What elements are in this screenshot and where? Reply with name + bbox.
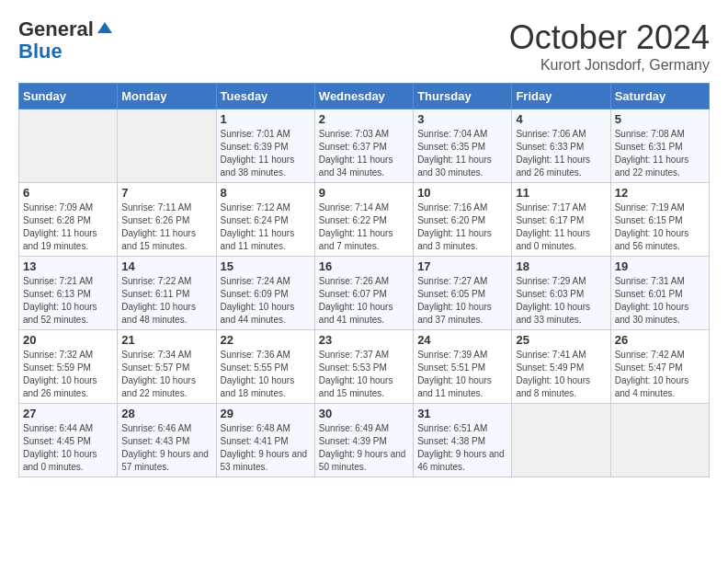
- calendar-cell: 25Sunrise: 7:41 AM Sunset: 5:49 PM Dayli…: [512, 330, 610, 404]
- day-info: Sunrise: 7:34 AM Sunset: 5:57 PM Dayligh…: [121, 349, 211, 400]
- day-info: Sunrise: 7:37 AM Sunset: 5:53 PM Dayligh…: [319, 349, 409, 400]
- day-info: Sunrise: 6:48 AM Sunset: 4:41 PM Dayligh…: [221, 422, 311, 474]
- day-info: Sunrise: 7:12 AM Sunset: 6:24 PM Dayligh…: [221, 201, 311, 253]
- day-info: Sunrise: 7:41 AM Sunset: 5:49 PM Dayligh…: [516, 349, 606, 400]
- logo-general: General: [18, 18, 94, 40]
- day-number: 24: [417, 333, 507, 347]
- calendar-cell: 21Sunrise: 7:34 AM Sunset: 5:57 PM Dayli…: [118, 330, 216, 404]
- day-info: Sunrise: 7:17 AM Sunset: 6:17 PM Dayligh…: [516, 201, 606, 253]
- day-info: Sunrise: 6:46 AM Sunset: 4:43 PM Dayligh…: [121, 422, 211, 474]
- calendar-cell: 14Sunrise: 7:22 AM Sunset: 6:11 PM Dayli…: [118, 257, 216, 330]
- calendar-cell: 7Sunrise: 7:11 AM Sunset: 6:26 PM Daylig…: [118, 183, 216, 257]
- day-info: Sunrise: 7:26 AM Sunset: 6:07 PM Dayligh…: [319, 275, 409, 327]
- day-number: 5: [615, 112, 705, 126]
- day-number: 20: [23, 333, 113, 347]
- calendar-cell: [118, 109, 216, 183]
- day-info: Sunrise: 7:31 AM Sunset: 6:01 PM Dayligh…: [615, 275, 705, 327]
- day-number: 21: [121, 333, 211, 347]
- day-number: 15: [221, 259, 311, 273]
- day-number: 10: [417, 186, 507, 200]
- day-number: 30: [319, 407, 409, 420]
- weekday-header-monday: Monday: [118, 84, 216, 109]
- day-info: Sunrise: 7:03 AM Sunset: 6:37 PM Dayligh…: [319, 128, 409, 179]
- day-info: Sunrise: 6:51 AM Sunset: 4:38 PM Dayligh…: [417, 422, 507, 474]
- calendar-week-4: 20Sunrise: 7:32 AM Sunset: 5:59 PM Dayli…: [19, 330, 710, 404]
- day-number: 17: [417, 259, 507, 273]
- calendar-cell: 5Sunrise: 7:08 AM Sunset: 6:31 PM Daylig…: [610, 109, 709, 183]
- day-number: 19: [615, 259, 705, 273]
- calendar-cell: 12Sunrise: 7:19 AM Sunset: 6:15 PM Dayli…: [610, 183, 709, 257]
- day-number: 4: [516, 112, 606, 126]
- location: Kurort Jonsdorf, Germany: [509, 57, 710, 74]
- weekday-header-tuesday: Tuesday: [216, 84, 314, 109]
- calendar-cell: 24Sunrise: 7:39 AM Sunset: 5:51 PM Dayli…: [414, 330, 512, 404]
- day-number: 31: [417, 407, 507, 420]
- calendar-cell: 6Sunrise: 7:09 AM Sunset: 6:28 PM Daylig…: [19, 183, 118, 257]
- calendar-cell: 11Sunrise: 7:17 AM Sunset: 6:17 PM Dayli…: [512, 183, 610, 257]
- day-info: Sunrise: 7:06 AM Sunset: 6:33 PM Dayligh…: [516, 128, 606, 179]
- day-info: Sunrise: 7:24 AM Sunset: 6:09 PM Dayligh…: [221, 275, 311, 327]
- day-info: Sunrise: 7:04 AM Sunset: 6:35 PM Dayligh…: [417, 128, 507, 179]
- calendar-cell: 16Sunrise: 7:26 AM Sunset: 6:07 PM Dayli…: [314, 257, 413, 330]
- page-header: General Blue October 2024 Kurort Jonsdor…: [18, 18, 710, 74]
- weekday-header-thursday: Thursday: [414, 84, 512, 109]
- calendar-cell: 27Sunrise: 6:44 AM Sunset: 4:45 PM Dayli…: [19, 404, 118, 477]
- day-number: 14: [121, 259, 211, 273]
- day-info: Sunrise: 6:49 AM Sunset: 4:39 PM Dayligh…: [319, 422, 409, 474]
- day-info: Sunrise: 7:19 AM Sunset: 6:15 PM Dayligh…: [615, 201, 705, 253]
- day-number: 27: [23, 407, 113, 420]
- day-info: Sunrise: 7:36 AM Sunset: 5:55 PM Dayligh…: [221, 349, 311, 400]
- calendar-cell: 17Sunrise: 7:27 AM Sunset: 6:05 PM Dayli…: [414, 257, 512, 330]
- day-number: 12: [615, 186, 705, 200]
- day-number: 23: [319, 333, 409, 347]
- calendar-cell: 13Sunrise: 7:21 AM Sunset: 6:13 PM Dayli…: [19, 257, 118, 330]
- logo: General Blue: [18, 18, 112, 63]
- day-info: Sunrise: 7:21 AM Sunset: 6:13 PM Dayligh…: [23, 275, 113, 327]
- weekday-header-friday: Friday: [512, 84, 610, 109]
- day-info: Sunrise: 7:22 AM Sunset: 6:11 PM Dayligh…: [121, 275, 211, 327]
- calendar-cell: 9Sunrise: 7:14 AM Sunset: 6:22 PM Daylig…: [314, 183, 413, 257]
- calendar-cell: 19Sunrise: 7:31 AM Sunset: 6:01 PM Dayli…: [610, 257, 709, 330]
- day-info: Sunrise: 7:42 AM Sunset: 5:47 PM Dayligh…: [615, 349, 705, 400]
- day-number: 3: [417, 112, 507, 126]
- calendar-week-2: 6Sunrise: 7:09 AM Sunset: 6:28 PM Daylig…: [19, 183, 710, 257]
- calendar-cell: 8Sunrise: 7:12 AM Sunset: 6:24 PM Daylig…: [216, 183, 314, 257]
- day-number: 25: [516, 333, 606, 347]
- weekday-header-row: SundayMondayTuesdayWednesdayThursdayFrid…: [19, 84, 710, 109]
- weekday-header-wednesday: Wednesday: [314, 84, 413, 109]
- title-block: October 2024 Kurort Jonsdorf, Germany: [509, 18, 710, 74]
- calendar-cell: 30Sunrise: 6:49 AM Sunset: 4:39 PM Dayli…: [314, 404, 413, 477]
- calendar-cell: 2Sunrise: 7:03 AM Sunset: 6:37 PM Daylig…: [314, 109, 413, 183]
- calendar-cell: 18Sunrise: 7:29 AM Sunset: 6:03 PM Dayli…: [512, 257, 610, 330]
- day-number: 16: [319, 259, 409, 273]
- calendar-week-1: 1Sunrise: 7:01 AM Sunset: 6:39 PM Daylig…: [19, 109, 710, 183]
- day-info: Sunrise: 7:11 AM Sunset: 6:26 PM Dayligh…: [121, 201, 211, 253]
- day-number: 22: [221, 333, 311, 347]
- svg-marker-0: [97, 22, 112, 33]
- day-info: Sunrise: 6:44 AM Sunset: 4:45 PM Dayligh…: [23, 422, 113, 474]
- calendar-cell: 20Sunrise: 7:32 AM Sunset: 5:59 PM Dayli…: [19, 330, 118, 404]
- day-info: Sunrise: 7:32 AM Sunset: 5:59 PM Dayligh…: [23, 349, 113, 400]
- calendar-cell: [512, 404, 610, 477]
- day-info: Sunrise: 7:08 AM Sunset: 6:31 PM Dayligh…: [615, 128, 705, 179]
- calendar-week-5: 27Sunrise: 6:44 AM Sunset: 4:45 PM Dayli…: [19, 404, 710, 477]
- calendar-cell: 28Sunrise: 6:46 AM Sunset: 4:43 PM Dayli…: [118, 404, 216, 477]
- calendar-cell: 26Sunrise: 7:42 AM Sunset: 5:47 PM Dayli…: [610, 330, 709, 404]
- day-info: Sunrise: 7:14 AM Sunset: 6:22 PM Dayligh…: [319, 201, 409, 253]
- calendar-cell: [610, 404, 709, 477]
- day-number: 2: [319, 112, 409, 126]
- day-number: 9: [319, 186, 409, 200]
- day-number: 29: [221, 407, 311, 420]
- day-number: 6: [23, 186, 113, 200]
- day-info: Sunrise: 7:09 AM Sunset: 6:28 PM Dayligh…: [23, 201, 113, 253]
- logo-blue: Blue: [18, 40, 112, 63]
- calendar-table: SundayMondayTuesdayWednesdayThursdayFrid…: [18, 83, 710, 477]
- calendar-cell: 10Sunrise: 7:16 AM Sunset: 6:20 PM Dayli…: [414, 183, 512, 257]
- calendar-cell: 15Sunrise: 7:24 AM Sunset: 6:09 PM Dayli…: [216, 257, 314, 330]
- day-number: 8: [221, 186, 311, 200]
- weekday-header-sunday: Sunday: [19, 84, 118, 109]
- calendar-week-3: 13Sunrise: 7:21 AM Sunset: 6:13 PM Dayli…: [19, 257, 710, 330]
- day-number: 26: [615, 333, 705, 347]
- day-number: 18: [516, 259, 606, 273]
- day-number: 7: [121, 186, 211, 200]
